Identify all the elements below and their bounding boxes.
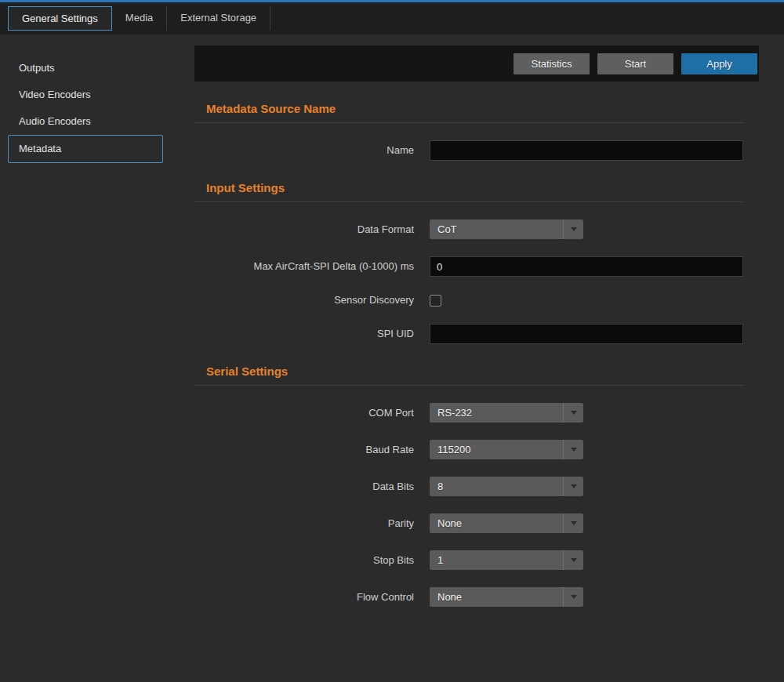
baud-rate-dropdown[interactable]: 115200 xyxy=(430,440,583,459)
action-toolbar: Statistics Start Apply xyxy=(194,45,759,82)
tab-external-storage[interactable]: External Storage xyxy=(167,6,270,31)
flow-control-label: Flow Control xyxy=(194,591,414,604)
sidebar-item-metadata[interactable]: Metadata xyxy=(8,135,163,163)
dropdown-value: None xyxy=(437,517,462,529)
spi-uid-label: SPI UID xyxy=(194,328,414,340)
name-label: Name xyxy=(194,144,414,157)
stop-bits-dropdown[interactable]: 1 xyxy=(430,550,583,570)
section-title: Metadata Source Name xyxy=(206,102,759,115)
section-divider xyxy=(194,201,743,202)
field-row-com-port: COM Port RS-232 xyxy=(194,403,759,423)
page-content: Outputs Video Encoders Audio Encoders Me… xyxy=(0,34,784,680)
chevron-down-icon xyxy=(563,403,583,423)
section-title: Input Settings xyxy=(206,181,759,194)
dropdown-value: CoT xyxy=(437,223,457,235)
sidebar-item-outputs[interactable]: Outputs xyxy=(0,55,194,82)
dropdown-value: RS-232 xyxy=(437,407,472,419)
main-panel: Statistics Start Apply Metadata Source N… xyxy=(194,34,759,680)
statistics-button[interactable]: Statistics xyxy=(514,53,590,74)
parity-label: Parity xyxy=(194,517,414,530)
top-tab-bar: General Settings Media External Storage xyxy=(0,0,784,34)
chevron-down-icon xyxy=(563,219,583,239)
sensor-discovery-label: Sensor Discovery xyxy=(194,294,414,307)
chevron-down-icon xyxy=(563,440,583,459)
data-format-dropdown[interactable]: CoT xyxy=(430,219,583,239)
tab-label: Media xyxy=(125,12,153,24)
tab-general-settings[interactable]: General Settings xyxy=(8,6,112,31)
dropdown-value: 115200 xyxy=(437,444,470,455)
field-row-data-format: Data Format CoT xyxy=(194,219,759,239)
data-format-label: Data Format xyxy=(194,223,414,236)
sidebar-item-video-encoders[interactable]: Video Encoders xyxy=(0,82,194,108)
com-port-dropdown[interactable]: RS-232 xyxy=(430,403,583,423)
data-bits-dropdown[interactable]: 8 xyxy=(430,477,583,496)
baud-rate-label: Baud Rate xyxy=(194,444,414,456)
field-row-parity: Parity None xyxy=(194,513,759,533)
parity-dropdown[interactable]: None xyxy=(430,513,583,533)
start-button[interactable]: Start xyxy=(597,53,673,74)
spi-uid-input[interactable] xyxy=(430,324,743,344)
com-port-label: COM Port xyxy=(194,407,414,419)
chevron-down-icon xyxy=(563,477,583,496)
tab-media[interactable]: Media xyxy=(112,6,167,31)
apply-button[interactable]: Apply xyxy=(681,53,757,74)
section-divider xyxy=(194,122,743,123)
section-metadata-source-name: Metadata Source Name Name xyxy=(194,102,759,161)
field-row-stop-bits: Stop Bits 1 xyxy=(194,550,759,570)
section-serial-settings: Serial Settings COM Port RS-232 Baud Rat… xyxy=(194,365,759,607)
chevron-down-icon xyxy=(563,550,583,570)
dropdown-value: 8 xyxy=(437,481,443,492)
field-row-baud-rate: Baud Rate 115200 xyxy=(194,440,759,459)
field-row-max-delta: Max AirCraft-SPI Delta (0-1000) ms xyxy=(194,256,759,277)
dropdown-value: None xyxy=(437,591,462,603)
sidebar-item-audio-encoders[interactable]: Audio Encoders xyxy=(0,108,194,135)
section-title: Serial Settings xyxy=(206,365,759,378)
max-delta-input[interactable] xyxy=(430,256,743,277)
stop-bits-label: Stop Bits xyxy=(194,554,414,567)
field-row-data-bits: Data Bits 8 xyxy=(194,477,759,496)
dropdown-value: 1 xyxy=(437,554,443,566)
tab-label: External Storage xyxy=(180,12,256,24)
flow-control-dropdown[interactable]: None xyxy=(430,587,583,607)
chevron-down-icon xyxy=(563,587,583,607)
name-input[interactable] xyxy=(430,140,743,161)
field-row-sensor-discovery: Sensor Discovery xyxy=(194,294,759,307)
sensor-discovery-checkbox[interactable] xyxy=(430,295,441,307)
field-row-name: Name xyxy=(194,140,759,161)
section-input-settings: Input Settings Data Format CoT Max AirCr… xyxy=(194,181,759,344)
sidebar: Outputs Video Encoders Audio Encoders Me… xyxy=(0,34,194,680)
chevron-down-icon xyxy=(563,513,583,533)
section-divider xyxy=(194,385,743,386)
max-delta-label: Max AirCraft-SPI Delta (0-1000) ms xyxy=(194,260,414,273)
data-bits-label: Data Bits xyxy=(194,481,414,493)
tab-label: General Settings xyxy=(22,13,98,24)
field-row-spi-uid: SPI UID xyxy=(194,324,759,344)
field-row-flow-control: Flow Control None xyxy=(194,587,759,607)
